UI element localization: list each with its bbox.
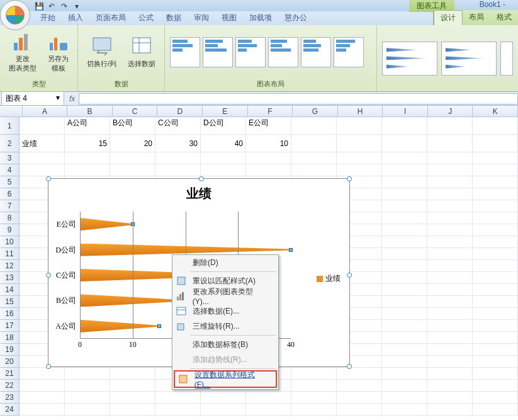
cell[interactable] — [427, 212, 473, 224]
select-all-corner[interactable] — [0, 106, 23, 116]
cell[interactable] — [291, 404, 337, 415]
cells-area[interactable]: A公司 B公司 C公司 D公司 E公司 业绩 15 20 30 40 10 业绩 — [20, 117, 518, 416]
col-header[interactable]: A — [23, 106, 68, 116]
layout-item[interactable] — [170, 37, 200, 67]
cell[interactable] — [382, 236, 427, 247]
cell[interactable] — [382, 356, 427, 367]
cell[interactable] — [201, 404, 246, 415]
cell[interactable] — [427, 272, 473, 283]
cell[interactable] — [473, 404, 518, 415]
namebox-dropdown-icon[interactable]: ▾ — [56, 93, 60, 104]
cell[interactable] — [427, 308, 473, 319]
cell[interactable] — [427, 152, 473, 164]
context-menu-item[interactable]: 更改系列图表类型(Y)... — [172, 288, 278, 304]
cell[interactable] — [337, 135, 382, 152]
cell[interactable] — [382, 392, 427, 403]
cell[interactable] — [382, 164, 427, 176]
cell[interactable] — [473, 320, 518, 331]
cell[interactable] — [473, 344, 518, 355]
row-header[interactable]: 2 — [0, 135, 19, 152]
switch-rowcol-button[interactable]: 切换行/列 — [83, 34, 120, 71]
col-header[interactable]: K — [473, 106, 518, 116]
cell[interactable] — [20, 117, 65, 134]
cell[interactable] — [427, 236, 473, 247]
cell[interactable] — [110, 380, 155, 391]
cell[interactable]: 40 — [201, 135, 246, 152]
cell[interactable] — [110, 392, 155, 403]
tab-view[interactable]: 视图 — [215, 11, 243, 25]
cell[interactable] — [201, 152, 246, 164]
cell[interactable] — [427, 164, 473, 176]
cell[interactable] — [246, 392, 291, 403]
cell[interactable] — [382, 212, 427, 224]
cell[interactable] — [427, 368, 473, 379]
cell[interactable] — [110, 404, 155, 415]
context-menu-item[interactable]: 三维旋转(R)... — [172, 319, 278, 334]
tab-huibangong[interactable]: 慧办公 — [278, 11, 313, 25]
embedded-chart[interactable]: 业绩 E公司D公司C公司B公司A公司 010203040 业绩 删除(D)重设以… — [48, 178, 350, 367]
chart-bar[interactable] — [80, 320, 159, 332]
row-header[interactable]: 18 — [0, 332, 19, 344]
cell[interactable] — [427, 404, 473, 415]
cell[interactable] — [382, 284, 427, 295]
cell[interactable] — [427, 117, 473, 134]
cell[interactable] — [382, 404, 427, 415]
layout-item[interactable] — [268, 37, 298, 67]
cell[interactable] — [427, 135, 473, 152]
save-template-button[interactable]: 另存为 模板 — [44, 29, 72, 76]
row-header[interactable]: 11 — [0, 248, 19, 260]
cell[interactable] — [382, 152, 427, 164]
cell[interactable] — [110, 152, 155, 164]
cell[interactable] — [473, 152, 518, 164]
cell[interactable] — [473, 236, 518, 247]
cell[interactable] — [382, 380, 427, 391]
col-header[interactable]: C — [113, 106, 158, 116]
row-header[interactable]: 16 — [0, 308, 19, 320]
cell[interactable] — [65, 152, 110, 164]
cell[interactable] — [246, 164, 291, 176]
cell[interactable] — [473, 284, 518, 295]
cell[interactable] — [427, 248, 473, 259]
row-header[interactable]: 5 — [0, 176, 19, 188]
cell[interactable] — [473, 332, 518, 343]
layout-item[interactable] — [203, 37, 233, 67]
cell[interactable]: 30 — [155, 135, 201, 152]
cell[interactable] — [110, 368, 155, 379]
cell[interactable] — [337, 392, 382, 403]
row-header[interactable]: 4 — [0, 164, 19, 176]
row-header[interactable]: 19 — [0, 344, 19, 356]
cell[interactable] — [20, 368, 65, 379]
cell[interactable] — [65, 404, 110, 415]
cell[interactable]: D公司 — [201, 117, 246, 134]
cell[interactable] — [337, 368, 382, 379]
col-header[interactable]: B — [67, 106, 113, 116]
tab-format[interactable]: 格式 — [490, 10, 518, 25]
change-chart-type-button[interactable]: 更改 图表类型 — [5, 29, 40, 76]
row-header[interactable]: 12 — [0, 260, 19, 272]
cell[interactable] — [337, 117, 382, 134]
cell[interactable] — [382, 135, 427, 152]
cell[interactable] — [427, 392, 473, 403]
cell[interactable] — [155, 404, 201, 415]
cell[interactable]: B公司 — [110, 117, 155, 134]
row-header[interactable]: 14 — [0, 284, 19, 296]
tab-addins[interactable]: 加载项 — [243, 11, 278, 25]
cell[interactable] — [473, 260, 518, 271]
fx-label[interactable]: fx — [65, 94, 79, 103]
redo-icon[interactable]: ↷ — [59, 1, 69, 11]
layout-item[interactable] — [334, 37, 364, 67]
cell[interactable] — [427, 296, 473, 307]
cell[interactable] — [473, 392, 518, 403]
cell[interactable] — [473, 200, 518, 212]
cell[interactable] — [201, 392, 246, 403]
cell[interactable] — [382, 176, 427, 188]
row-header[interactable]: 3 — [0, 152, 19, 164]
cell[interactable] — [382, 248, 427, 259]
cell[interactable] — [473, 212, 518, 224]
cell[interactable] — [291, 380, 337, 391]
layout-item[interactable] — [235, 37, 266, 67]
cell[interactable]: C公司 — [155, 117, 201, 134]
cell[interactable] — [382, 117, 427, 134]
col-header[interactable]: J — [428, 106, 473, 116]
style-item[interactable] — [500, 42, 513, 76]
